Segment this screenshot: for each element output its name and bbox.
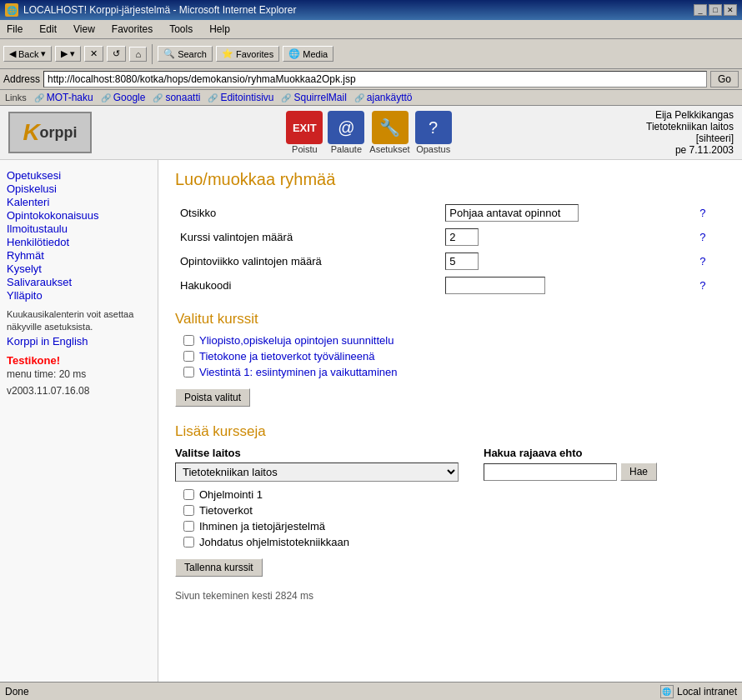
hakukoodi-input[interactable]	[445, 277, 545, 294]
search-label: Hakua rajaava ehto	[484, 447, 657, 459]
sidebar-item-ilmoitustaulu[interactable]: Ilmoitustaulu	[7, 222, 151, 235]
list-item: Tietokone ja tietoverkot työvälineenä	[183, 350, 725, 362]
course-link-1[interactable]: Yliopisto,opiskeluja opintojen suunnitte…	[199, 334, 394, 347]
help-button[interactable]: ? Opastus	[415, 111, 452, 154]
sidebar-timing: menu time: 20 ms	[7, 368, 151, 380]
dept-col: Valitse laitos Tietotekniikan laitos	[175, 447, 459, 482]
go-button[interactable]: Go	[710, 71, 739, 88]
menu-tools[interactable]: Tools	[166, 22, 196, 37]
add-course-checkbox-3[interactable]	[183, 521, 194, 532]
search-button[interactable]: 🔍 Search	[158, 46, 213, 62]
link-icon: 🔗	[33, 92, 45, 103]
link-sonaatti[interactable]: 🔗 sonaatti	[152, 92, 200, 103]
stop-button[interactable]: ✕	[84, 46, 103, 62]
user-role: [sihteeri]	[646, 132, 734, 144]
link-ajankaytto[interactable]: 🔗 ajankäyttö	[353, 92, 413, 103]
settings-button[interactable]: 🔧 Asetukset	[369, 111, 409, 154]
sidebar-item-opetuksesi[interactable]: Opetuksesi	[7, 169, 151, 182]
close-button[interactable]: ✕	[724, 4, 737, 16]
media-button[interactable]: 🌐 Media	[283, 46, 333, 62]
otsikko-input[interactable]	[445, 204, 579, 222]
logo: K orppi	[8, 112, 92, 153]
help-icon: ?	[415, 111, 452, 144]
opintoviikko-help[interactable]: ?	[699, 255, 705, 268]
sidebar-item-yllapito[interactable]: Ylläpito	[7, 289, 151, 302]
sidebar-testikone: Testikone!	[7, 354, 151, 367]
opintoviikko-label: Opintoviikko valintojen määrä	[175, 249, 440, 273]
link-icon: 🔗	[207, 92, 218, 103]
link-google[interactable]: 🔗 Google	[100, 92, 146, 103]
refresh-button[interactable]: ↺	[107, 46, 126, 62]
add-course-checkbox-4[interactable]	[183, 537, 194, 548]
sidebar-english-link[interactable]: Korppi in English	[7, 335, 151, 348]
add-course-checkbox-1[interactable]	[183, 489, 194, 500]
menu-file[interactable]: File	[3, 22, 26, 37]
exit-button[interactable]: EXIT Poistu	[286, 111, 323, 154]
link-icon: 🔗	[100, 92, 112, 103]
email-button[interactable]: @ Palaute	[328, 111, 364, 154]
dropdown-icon: ▾	[41, 48, 46, 59]
main-area: Opetuksesi Opiskelusi Kalenteri Opintoko…	[0, 160, 742, 700]
menu-edit[interactable]: Edit	[36, 22, 60, 37]
back-button[interactable]: ◀ Back ▾	[3, 46, 52, 62]
table-row: Otsikko ?	[175, 201, 725, 225]
remove-selected-button[interactable]: Poista valitut	[175, 388, 250, 407]
email-icon: @	[328, 111, 364, 144]
sidebar-version: v2003.11.07.16.08	[7, 385, 151, 397]
sidebar-item-kalenteri[interactable]: Kalenteri	[7, 196, 151, 208]
favorites-button[interactable]: ⭐ Favorites	[216, 46, 279, 62]
opintoviikko-input[interactable]	[445, 252, 479, 270]
separator	[152, 44, 153, 64]
list-item: Yliopisto,opiskeluja opintojen suunnitte…	[183, 334, 725, 347]
add-course-checkbox-2[interactable]	[183, 505, 194, 516]
logo-area: K orppi	[8, 112, 92, 153]
kurssi-help[interactable]: ?	[699, 231, 705, 243]
link-squirrelmail[interactable]: 🔗 SquirrelMail	[280, 92, 346, 103]
hae-button[interactable]: Hae	[620, 462, 657, 481]
content-area: Luo/muokkaa ryhmää Otsikko ? Kurssi vali…	[158, 160, 742, 700]
selected-courses-list: Yliopisto,opiskeluja opintojen suunnitte…	[183, 334, 725, 378]
home-button[interactable]: ⌂	[129, 47, 147, 62]
search-input[interactable]	[484, 463, 617, 481]
internet-icon: 🌐	[660, 685, 674, 698]
minimize-button[interactable]: _	[694, 4, 707, 16]
menu-help[interactable]: Help	[206, 22, 233, 37]
save-courses-button[interactable]: Tallenna kurssit	[175, 558, 263, 577]
course-checkbox-1[interactable]	[183, 335, 194, 346]
address-input[interactable]	[43, 71, 707, 88]
otsikko-help[interactable]: ?	[699, 207, 705, 219]
course-checkbox-2[interactable]	[183, 351, 194, 362]
add-courses-list: Ohjelmointi 1 Tietoverkot Ihminen ja tie…	[183, 488, 725, 548]
menu-view[interactable]: View	[70, 22, 98, 37]
forward-button[interactable]: ▶ ▾	[55, 46, 81, 62]
sidebar-item-henkilotiedot[interactable]: Henkilötiedot	[7, 236, 151, 248]
link-editointisivu[interactable]: 🔗 Editointisivu	[207, 92, 273, 103]
maximize-button[interactable]: □	[709, 4, 722, 16]
link-mot-haku[interactable]: 🔗 MOT-haku	[33, 92, 93, 103]
page-header: K orppi EXIT Poistu @ Palaute 🔧 Asetukse…	[0, 106, 742, 160]
course-checkbox-3[interactable]	[183, 367, 194, 378]
sidebar-item-kyselyt[interactable]: Kyselyt	[7, 262, 151, 275]
kurssi-input[interactable]	[445, 228, 479, 246]
sidebar-item-opintokokonaisuus[interactable]: Opintokokonaisuus	[7, 209, 151, 222]
menu-bar: File Edit View Favorites Tools Help	[0, 20, 742, 39]
search-icon: 🔍	[163, 48, 175, 59]
sidebar-note: Kuukausikalenterin voit asettaa näkyvill…	[7, 308, 151, 334]
links-label: Links	[5, 92, 27, 102]
sidebar-item-ryhmat[interactable]: Ryhmät	[7, 249, 151, 262]
sidebar-item-salivaraukset[interactable]: Salivaraukset	[7, 276, 151, 288]
forward-dropdown-icon: ▾	[70, 48, 75, 59]
hakukoodi-label: Hakukoodi	[175, 273, 440, 298]
hakukoodi-help[interactable]: ?	[699, 279, 705, 292]
list-item: Tietoverkot	[183, 504, 725, 517]
star-icon: ⭐	[222, 48, 233, 59]
sidebar-item-opiskelusi[interactable]: Opiskelusi	[7, 182, 151, 195]
menu-favorites[interactable]: Favorites	[108, 22, 156, 37]
dept-select[interactable]: Tietotekniikan laitos	[175, 462, 459, 482]
course-link-2[interactable]: Tietokone ja tietoverkot työvälineenä	[199, 350, 375, 362]
address-label: Address	[3, 73, 40, 85]
course-link-3[interactable]: Viestintä 1: esiintyminen ja vaikuttamin…	[199, 366, 398, 378]
add-course-label-1: Ohjelmointi 1	[199, 488, 263, 501]
list-item: Johdatus ohjelmistotekniikkaan	[183, 536, 725, 548]
add-course-label-2: Tietoverkot	[199, 504, 253, 517]
